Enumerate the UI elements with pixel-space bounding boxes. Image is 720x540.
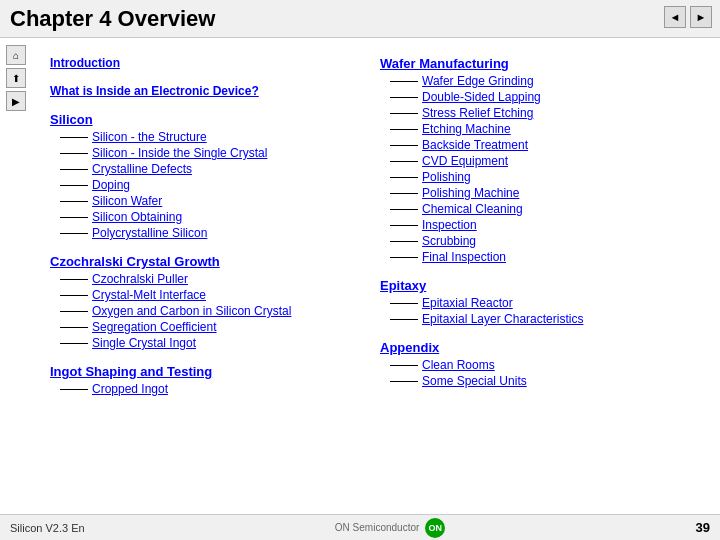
list-item: Silicon - the Structure <box>60 130 360 144</box>
list-item: Chemical Cleaning <box>390 202 690 216</box>
list-item: CVD Equipment <box>390 154 690 168</box>
etching-machine-link[interactable]: Etching Machine <box>422 122 511 136</box>
page-title: Chapter 4 Overview <box>10 6 215 32</box>
oxygen-carbon-link[interactable]: Oxygen and Carbon in Silicon Crystal <box>92 304 291 318</box>
section-what-is-inside: What is Inside an Electronic Device? <box>50 84 360 98</box>
what-is-inside-link[interactable]: What is Inside an Electronic Device? <box>50 84 360 98</box>
chemical-cleaning-link[interactable]: Chemical Cleaning <box>422 202 523 216</box>
silicon-structure-link[interactable]: Silicon - the Structure <box>92 130 207 144</box>
list-item: Single Crystal Ingot <box>60 336 360 350</box>
single-crystal-ingot-link[interactable]: Single Crystal Ingot <box>92 336 196 350</box>
list-item: Silicon - Inside the Single Crystal <box>60 146 360 160</box>
list-item: Polishing Machine <box>390 186 690 200</box>
list-item: Czochralski Puller <box>60 272 360 286</box>
home-icon[interactable]: ⌂ <box>6 45 26 65</box>
up-icon[interactable]: ⬆ <box>6 68 26 88</box>
list-item: Cropped Ingot <box>60 382 360 396</box>
play-icon[interactable]: ▶ <box>6 91 26 111</box>
doping-link[interactable]: Doping <box>92 178 130 192</box>
czochralski-puller-link[interactable]: Czochralski Puller <box>92 272 188 286</box>
left-nav-icons: ⌂ ⬆ ▶ <box>6 45 26 111</box>
list-item: Final Inspection <box>390 250 690 264</box>
cvd-equipment-link[interactable]: CVD Equipment <box>422 154 508 168</box>
on-semiconductor-logo: ON <box>425 518 445 538</box>
silicon-obtaining-link[interactable]: Silicon Obtaining <box>92 210 182 224</box>
introduction-link[interactable]: Introduction <box>50 56 360 70</box>
top-bar: ⌂ ⬆ ▶ Chapter 4 Overview ◄ ► <box>0 0 720 38</box>
crystal-melt-interface-link[interactable]: Crystal-Melt Interface <box>92 288 206 302</box>
list-item: Stress Relief Etching <box>390 106 690 120</box>
left-column: Introduction What is Inside an Electroni… <box>50 56 360 410</box>
main-content: Introduction What is Inside an Electroni… <box>0 46 720 420</box>
wafer-edge-grinding-link[interactable]: Wafer Edge Grinding <box>422 74 534 88</box>
list-item: Inspection <box>390 218 690 232</box>
section-ingot: Ingot Shaping and Testing Cropped Ingot <box>50 364 360 396</box>
section-epitaxy: Epitaxy Epitaxial Reactor Epitaxial Laye… <box>380 278 690 326</box>
list-item: Epitaxial Layer Characteristics <box>390 312 690 326</box>
footer-center: ON Semiconductor ON <box>335 518 445 538</box>
list-item: Silicon Wafer <box>60 194 360 208</box>
list-item: Some Special Units <box>390 374 690 388</box>
list-item: Silicon Obtaining <box>60 210 360 224</box>
section-silicon: Silicon Silicon - the Structure Silicon … <box>50 112 360 240</box>
list-item: Scrubbing <box>390 234 690 248</box>
right-column: Wafer Manufacturing Wafer Edge Grinding … <box>380 56 690 410</box>
list-item: Crystalline Defects <box>60 162 360 176</box>
page-number: 39 <box>696 520 710 535</box>
list-item: Segregation Coefficient <box>60 320 360 334</box>
appendix-heading-link[interactable]: Appendix <box>380 340 690 355</box>
list-item: Double-Sided Lapping <box>390 90 690 104</box>
list-item: Wafer Edge Grinding <box>390 74 690 88</box>
final-inspection-link[interactable]: Final Inspection <box>422 250 506 264</box>
scrubbing-link[interactable]: Scrubbing <box>422 234 476 248</box>
footer-bar: Silicon V2.3 En ON Semiconductor ON 39 <box>0 514 720 540</box>
crystalline-defects-link[interactable]: Crystalline Defects <box>92 162 192 176</box>
polishing-machine-link[interactable]: Polishing Machine <box>422 186 519 200</box>
polycrystalline-silicon-link[interactable]: Polycrystalline Silicon <box>92 226 207 240</box>
wafer-mfg-heading-link[interactable]: Wafer Manufacturing <box>380 56 690 71</box>
epitaxial-layer-link[interactable]: Epitaxial Layer Characteristics <box>422 312 583 326</box>
segregation-coefficient-link[interactable]: Segregation Coefficient <box>92 320 217 334</box>
section-introduction: Introduction <box>50 56 360 70</box>
epitaxy-heading-link[interactable]: Epitaxy <box>380 278 690 293</box>
nav-prev-icon[interactable]: ◄ <box>664 6 686 28</box>
list-item: Polishing <box>390 170 690 184</box>
list-item: Clean Rooms <box>390 358 690 372</box>
polishing-link[interactable]: Polishing <box>422 170 471 184</box>
section-wafer-mfg: Wafer Manufacturing Wafer Edge Grinding … <box>380 56 690 264</box>
footer-left-text: Silicon V2.3 En <box>10 522 85 534</box>
clean-rooms-link[interactable]: Clean Rooms <box>422 358 495 372</box>
list-item: Epitaxial Reactor <box>390 296 690 310</box>
stress-relief-etching-link[interactable]: Stress Relief Etching <box>422 106 533 120</box>
list-item: Crystal-Melt Interface <box>60 288 360 302</box>
double-sided-lapping-link[interactable]: Double-Sided Lapping <box>422 90 541 104</box>
ingot-heading-link[interactable]: Ingot Shaping and Testing <box>50 364 360 379</box>
footer-center-label: ON Semiconductor <box>335 522 419 533</box>
list-item: Polycrystalline Silicon <box>60 226 360 240</box>
list-item: Oxygen and Carbon in Silicon Crystal <box>60 304 360 318</box>
list-item: Backside Treatment <box>390 138 690 152</box>
silicon-single-crystal-link[interactable]: Silicon - Inside the Single Crystal <box>92 146 267 160</box>
some-special-units-link[interactable]: Some Special Units <box>422 374 527 388</box>
section-czochralski: Czochralski Crystal Growth Czochralski P… <box>50 254 360 350</box>
cropped-ingot-link[interactable]: Cropped Ingot <box>92 382 168 396</box>
epitaxial-reactor-link[interactable]: Epitaxial Reactor <box>422 296 513 310</box>
nav-icons: ◄ ► <box>664 6 712 28</box>
nav-next-icon[interactable]: ► <box>690 6 712 28</box>
silicon-wafer-link[interactable]: Silicon Wafer <box>92 194 162 208</box>
czochralski-heading-link[interactable]: Czochralski Crystal Growth <box>50 254 360 269</box>
list-item: Doping <box>60 178 360 192</box>
section-appendix: Appendix Clean Rooms Some Special Units <box>380 340 690 388</box>
silicon-heading-link[interactable]: Silicon <box>50 112 360 127</box>
list-item: Etching Machine <box>390 122 690 136</box>
inspection-link[interactable]: Inspection <box>422 218 477 232</box>
backside-treatment-link[interactable]: Backside Treatment <box>422 138 528 152</box>
